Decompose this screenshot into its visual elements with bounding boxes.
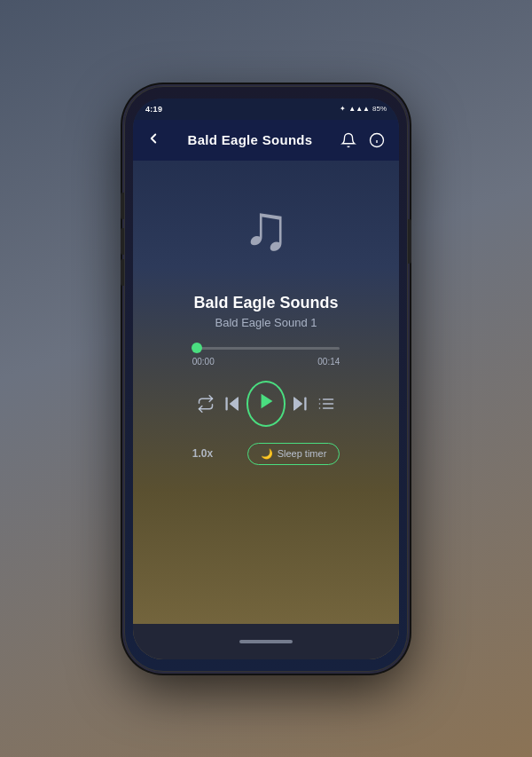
battery-indicator: 85% [372,105,387,113]
status-icons: ✦ ▲▲▲ 85% [340,105,387,113]
speed-button[interactable]: 1.0x [192,447,213,460]
play-icon [257,391,277,415]
music-note-icon: ♫ [242,195,290,259]
nav-bar: Bald Eagle Sounds [133,120,399,161]
bottom-options-row: 1.0x 🌙 Sleep timer [192,443,340,465]
svg-marker-3 [231,397,239,410]
phone-screen: 4:19 ✦ ▲▲▲ 85% Bald Eagle Sounds [133,99,399,659]
nav-action-icons [339,130,387,150]
progress-container[interactable] [192,347,340,350]
track-title: Bald Eagle Sounds [193,294,338,312]
signal-icon: ▲▲▲ [348,105,370,113]
home-indicator[interactable] [239,640,293,643]
play-button[interactable] [246,381,286,427]
player-area: ♫ Bald Eagle Sounds Bald Eagle Sound 1 0… [179,161,353,624]
bluetooth-icon: ✦ [340,105,346,113]
track-subtitle: Bald Eagle Sound 1 [215,316,317,329]
svg-marker-5 [262,394,273,409]
repeat-button[interactable] [192,388,219,420]
album-art: ♫ [226,187,306,267]
controls-row [192,381,340,427]
time-total: 00:14 [317,357,340,367]
playlist-button[interactable] [313,388,340,420]
svg-marker-6 [293,397,301,410]
sleep-timer-button[interactable]: 🌙 Sleep timer [247,443,340,465]
previous-button[interactable] [219,388,246,420]
back-button[interactable] [145,130,161,149]
time-current: 00:00 [192,357,215,367]
sleep-timer-label: Sleep timer [278,448,327,459]
progress-thumb[interactable] [192,343,202,353]
status-bar: 4:19 ✦ ▲▲▲ 85% [133,99,399,120]
info-button[interactable] [367,130,387,150]
main-content: ♫ Bald Eagle Sounds Bald Eagle Sound 1 0… [133,161,399,624]
progress-track[interactable] [192,347,340,350]
moon-icon: 🌙 [261,448,273,460]
bottom-nav [133,624,399,659]
notifications-button[interactable] [339,130,358,150]
status-time: 4:19 [145,105,162,114]
time-labels: 00:00 00:14 [192,357,340,367]
phone-device: 4:19 ✦ ▲▲▲ 85% Bald Eagle Sounds [124,86,408,672]
page-title: Bald Eagle Sounds [170,132,330,147]
next-button[interactable] [286,388,312,420]
